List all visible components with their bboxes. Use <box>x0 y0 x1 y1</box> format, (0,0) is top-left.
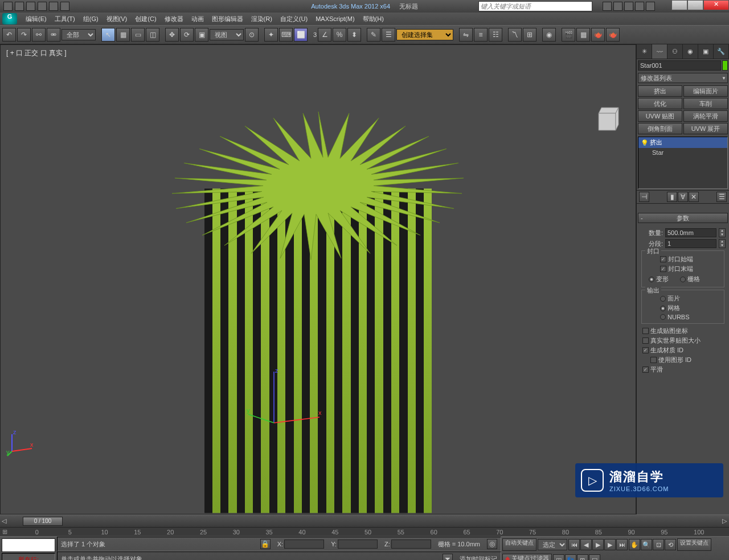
lock-selection-icon[interactable]: 🔒 <box>260 539 271 549</box>
mod-btn-optimize[interactable]: 优化 <box>638 98 682 109</box>
mod-btn-bevelprofile[interactable]: 倒角剖面 <box>638 123 682 134</box>
menu-group[interactable]: 组(G) <box>79 15 103 23</box>
key-icon[interactable] <box>613 2 622 11</box>
menu-animation[interactable]: 动画 <box>187 15 208 23</box>
favorite-icon[interactable] <box>635 2 644 11</box>
prev-frame-icon[interactable]: ◀ <box>580 539 592 550</box>
transform-gizmo[interactable]: z x y <box>245 366 325 434</box>
smooth-checkbox[interactable] <box>642 367 649 373</box>
viewport-label[interactable]: [ + 口 正交 口 真实 ] <box>6 48 67 58</box>
select-name-icon[interactable]: ▦ <box>116 28 130 42</box>
tb-undo-icon[interactable] <box>38 2 47 11</box>
nav-fov-icon[interactable]: ◫ <box>553 554 564 560</box>
output-nurbs-radio[interactable] <box>660 314 666 320</box>
tb-dropdown-icon[interactable] <box>60 2 69 11</box>
select-object-icon[interactable]: ↖ <box>101 28 115 42</box>
time-slider-thumb[interactable]: 0 / 100 <box>23 517 63 526</box>
configure-sets-icon[interactable]: ☰ <box>716 192 727 202</box>
unlink-icon[interactable]: ⚮ <box>47 28 60 42</box>
mod-btn-lathe[interactable]: 车削 <box>683 98 728 109</box>
tb-save-icon[interactable] <box>26 2 35 11</box>
maximize-button[interactable]: □ <box>687 0 703 10</box>
tab-utilities-icon[interactable]: 🔧 <box>714 44 729 59</box>
select-region-rect-icon[interactable]: ▭ <box>131 28 145 42</box>
maxscript-mini-listener[interactable] <box>2 538 55 552</box>
menu-maxscript[interactable]: MAXScript(M) <box>312 15 358 22</box>
tab-modify-icon[interactable]: 〰 <box>652 44 667 59</box>
morph-radio[interactable] <box>649 277 654 282</box>
auto-key-button[interactable]: 自动关键点 <box>502 538 536 551</box>
named-selection-set[interactable]: 创建选择集 <box>396 29 453 40</box>
tab-display-icon[interactable]: ▣ <box>698 44 714 59</box>
ref-coord-system[interactable]: 视图 <box>210 29 244 40</box>
pin-stack-icon[interactable]: ⊣ <box>639 192 649 202</box>
angle-snap-icon[interactable]: ∠ <box>318 28 331 42</box>
track-bar[interactable]: ⊞ 0510 152025 303540 455055 606570 75808… <box>0 527 729 536</box>
snaps-toggle-icon[interactable]: ⬜ <box>294 28 308 42</box>
timeline-left-icon[interactable]: ◁ <box>0 517 8 525</box>
scale-icon[interactable]: ▣ <box>195 28 208 42</box>
goto-start-icon[interactable]: ⏮ <box>568 539 580 550</box>
infocenter-search[interactable] <box>478 1 592 11</box>
goto-end-icon[interactable]: ⏭ <box>616 539 628 550</box>
menu-rendering[interactable]: 渲染(R) <box>247 15 276 23</box>
nav-zoom-region-icon[interactable]: ◱ <box>589 554 600 560</box>
mirror-icon[interactable]: ⇋ <box>459 28 473 42</box>
curve-editor-icon[interactable]: 〽 <box>508 28 522 42</box>
segments-spin-buttons[interactable]: ▲▼ <box>719 239 726 248</box>
set-key-button[interactable]: 设置关键点 <box>677 538 711 551</box>
stack-item-extrude[interactable]: 💡挤出 <box>638 137 727 148</box>
render-setup-icon[interactable]: 🎬 <box>562 28 575 42</box>
time-slider[interactable]: ◁ 0 / 100 ▷ <box>0 514 729 527</box>
schematic-view-icon[interactable]: ⊞ <box>523 28 536 42</box>
nav-orbit-icon[interactable]: ⟲ <box>665 539 676 550</box>
key-filter-button[interactable]: ◆ 关键点过滤器 <box>502 554 552 560</box>
selection-filter[interactable]: 全部 <box>62 29 96 40</box>
menu-tools[interactable]: 工具(T) <box>51 15 79 23</box>
next-frame-icon[interactable]: ▶ <box>604 539 616 550</box>
manipulate-icon[interactable]: ✦ <box>264 28 278 42</box>
tb-open-icon[interactable] <box>15 2 24 11</box>
spinner-snap-icon[interactable]: ⬍ <box>347 28 361 42</box>
pivot-center-icon[interactable]: ⊙ <box>245 28 259 42</box>
remove-modifier-icon[interactable]: ✕ <box>689 192 699 202</box>
app-logo-icon[interactable]: G <box>2 13 17 24</box>
nav-pan-icon[interactable]: ✋ <box>629 539 640 550</box>
make-unique-icon[interactable]: ∀ <box>678 192 688 202</box>
mod-btn-extrude[interactable]: 挤出 <box>638 85 682 97</box>
viewcube-icon[interactable] <box>590 102 624 136</box>
menu-customize[interactable]: 自定义(U) <box>276 15 312 23</box>
nav-max-toggle-icon[interactable]: ⊞ <box>577 554 588 560</box>
mod-btn-uvwunwrap[interactable]: UVW 展开 <box>683 123 728 134</box>
amount-spinner[interactable]: 500.0mm <box>665 228 716 237</box>
mod-btn-uvwmap[interactable]: UVW 贴图 <box>638 110 682 122</box>
render-production-icon[interactable]: 🫖 <box>591 28 605 42</box>
cap-start-checkbox[interactable] <box>660 256 666 262</box>
layer-manager-icon[interactable]: ☷ <box>489 28 502 42</box>
exchange-icon[interactable] <box>624 2 633 11</box>
tb-redo-icon[interactable] <box>49 2 58 11</box>
tab-hierarchy-icon[interactable]: ⚇ <box>667 44 683 59</box>
star-object[interactable] <box>159 80 478 513</box>
minimize-button[interactable]: — <box>671 0 687 10</box>
window-crossing-icon[interactable]: ◫ <box>146 28 159 42</box>
link-icon[interactable]: ⚯ <box>32 28 46 42</box>
nav-walk-icon[interactable]: 👣 <box>565 554 576 560</box>
show-end-result-icon[interactable]: ▮ <box>667 192 677 202</box>
tab-motion-icon[interactable]: ◉ <box>683 44 698 59</box>
edit-named-sel-icon[interactable]: ✎ <box>367 28 380 42</box>
object-color-swatch[interactable] <box>722 60 728 71</box>
add-time-tag[interactable]: 添加时间标记 <box>460 555 497 561</box>
tb-new-icon[interactable] <box>3 2 13 11</box>
isolation-icon[interactable]: ◎ <box>487 539 497 549</box>
undo-icon[interactable]: ↶ <box>2 28 16 42</box>
redo-icon[interactable]: ↷ <box>17 28 31 42</box>
menu-help[interactable]: 帮助(H) <box>359 15 388 23</box>
modifier-list-dropdown[interactable]: 修改器列表 <box>638 73 728 83</box>
nav-zoom-icon[interactable]: 🔍 <box>641 539 652 550</box>
gen-mat-id-checkbox[interactable] <box>642 347 649 353</box>
z-coord-input[interactable] <box>391 540 431 549</box>
grid-radio[interactable] <box>680 277 686 282</box>
menu-edit[interactable]: 编辑(E) <box>22 15 51 23</box>
tab-create-icon[interactable]: ✳ <box>637 44 652 59</box>
